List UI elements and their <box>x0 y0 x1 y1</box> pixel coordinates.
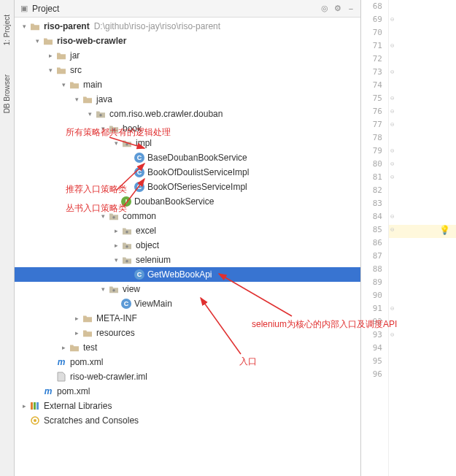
tree-node[interactable]: ▸excel <box>15 223 360 238</box>
expand-arrow-icon[interactable]: ▾ <box>98 285 108 293</box>
expand-arrow-icon[interactable]: ▸ <box>72 315 82 322</box>
tree-node[interactable]: mpom.xml <box>15 355 360 369</box>
code-line[interactable] <box>389 93 456 107</box>
code-line[interactable] <box>389 80 456 93</box>
code-line[interactable] <box>389 133 456 146</box>
expand-arrow-icon[interactable]: ▾ <box>85 110 95 118</box>
line-number: 74 <box>361 80 388 93</box>
expand-arrow-icon[interactable]: ▸ <box>58 344 69 351</box>
gear-icon[interactable]: ⚙ <box>333 4 343 14</box>
folder-icon <box>42 36 54 46</box>
expand-arrow-icon[interactable]: ▾ <box>111 139 121 147</box>
tree-node[interactable]: ▸META-INF <box>15 311 360 326</box>
code-line[interactable] <box>389 28 456 41</box>
code-line[interactable] <box>389 251 456 264</box>
tree-node[interactable]: ▾com.riso.web.crawler.douban <box>15 107 360 121</box>
tree-node[interactable]: Scratches and Consoles <box>15 413 360 428</box>
line-number: 95 <box>361 356 388 369</box>
fold-mark-icon[interactable]: ⊖ <box>390 107 394 115</box>
tree-node[interactable]: ▸object <box>15 238 360 253</box>
tree-node-label: impl <box>136 138 152 148</box>
fold-mark-icon[interactable]: ⊖ <box>390 120 394 128</box>
fold-mark-icon[interactable]: ⊖ <box>390 15 394 23</box>
tree-node[interactable]: CBookOfDoulistServiceImpl <box>15 165 360 180</box>
tree-node[interactable]: IDoubanBookService <box>15 194 360 209</box>
tree-node[interactable]: ▾book <box>15 121 360 136</box>
tree-node[interactable]: ▾src <box>15 63 360 77</box>
tree-node[interactable]: ▾riso-web-crawler <box>15 34 360 48</box>
tree-node[interactable]: ▾main <box>15 77 360 92</box>
code-area[interactable]: 💡⊖⊖⊖⊖⊖⊖⊖⊖⊖⊖⊖⊖⊖ <box>389 0 456 476</box>
fold-mark-icon[interactable]: ⊖ <box>390 42 394 49</box>
code-line[interactable] <box>389 238 456 251</box>
project-tree[interactable]: ▾riso-parentD:\github\riso-jay\riso\riso… <box>15 18 360 476</box>
code-line[interactable] <box>389 264 456 277</box>
fold-mark-icon[interactable]: ⊖ <box>390 147 394 154</box>
tree-node[interactable]: ▸test <box>15 340 360 355</box>
expand-arrow-icon[interactable]: ▾ <box>19 23 29 30</box>
expand-arrow-icon[interactable]: ▸ <box>19 402 29 410</box>
fold-mark-icon[interactable]: ⊖ <box>390 304 394 312</box>
tree-node[interactable]: ▸External Libraries <box>15 399 360 413</box>
tree-node[interactable]: ▾java <box>15 92 360 107</box>
tree-node[interactable]: CBookOfSeriesServiceImpl <box>15 180 360 194</box>
fold-mark-icon[interactable]: ⊖ <box>390 212 394 220</box>
fold-mark-icon[interactable]: ⊖ <box>390 94 394 101</box>
expand-arrow-icon[interactable]: ▾ <box>45 66 55 74</box>
expand-arrow-icon[interactable]: ▾ <box>98 212 108 220</box>
target-icon[interactable]: ◎ <box>320 4 330 14</box>
code-line[interactable] <box>389 172 456 185</box>
expand-arrow-icon[interactable]: ▸ <box>45 52 55 59</box>
fold-mark-icon[interactable]: ⊖ <box>390 173 394 180</box>
code-line[interactable] <box>389 107 456 120</box>
expand-arrow-icon[interactable]: ▾ <box>72 96 82 103</box>
expand-arrow-icon[interactable]: ▾ <box>111 256 121 264</box>
code-line[interactable] <box>389 185 456 199</box>
expand-arrow-icon[interactable]: ▸ <box>111 242 121 249</box>
expand-arrow-icon[interactable]: ▸ <box>72 329 82 337</box>
fold-mark-icon[interactable]: ⊖ <box>390 226 394 233</box>
code-line[interactable] <box>389 41 456 54</box>
code-line[interactable] <box>389 212 456 225</box>
tree-node[interactable]: riso-web-crawler.iml <box>15 369 360 384</box>
code-line[interactable] <box>389 1 456 15</box>
tree-node[interactable]: ▾impl <box>15 136 360 150</box>
code-line[interactable] <box>389 15 456 28</box>
tree-node[interactable]: CBaseDoubanBookService <box>15 150 360 165</box>
tree-node[interactable]: ▾common <box>15 209 360 223</box>
fold-mark-icon[interactable]: ⊖ <box>390 68 394 75</box>
code-line[interactable] <box>389 304 456 317</box>
tree-node[interactable]: mpom.xml <box>15 384 360 399</box>
code-line[interactable] <box>389 159 456 172</box>
tree-node[interactable]: ▾riso-parentD:\github\riso-jay\riso\riso… <box>15 19 360 34</box>
code-line[interactable] <box>389 54 456 67</box>
tree-node[interactable]: CGetWebBookApi <box>15 267 360 282</box>
collapse-icon[interactable]: − <box>346 4 356 14</box>
expand-arrow-icon[interactable]: ▾ <box>32 37 42 45</box>
tree-node[interactable]: ▸jar <box>15 48 360 63</box>
tree-node[interactable]: ▾view <box>15 282 360 296</box>
fold-mark-icon[interactable]: ⊖ <box>390 331 394 338</box>
code-line[interactable] <box>389 120 456 133</box>
db-browser-tool-tab[interactable]: DB Browser <box>3 74 11 113</box>
code-line[interactable] <box>389 317 456 330</box>
code-line[interactable] <box>389 146 456 159</box>
code-line[interactable] <box>389 199 456 212</box>
expand-arrow-icon[interactable]: ▾ <box>58 81 69 88</box>
code-line[interactable]: 💡 <box>389 225 456 238</box>
code-line[interactable] <box>389 330 456 343</box>
expand-arrow-icon[interactable]: ▸ <box>111 227 121 234</box>
code-line[interactable] <box>389 369 456 383</box>
tree-node[interactable]: ▾selenium <box>15 253 360 267</box>
code-line[interactable] <box>389 356 456 369</box>
code-line[interactable] <box>389 67 456 80</box>
tree-node[interactable]: CViewMain <box>15 296 360 311</box>
code-line[interactable] <box>389 343 456 356</box>
fold-mark-icon[interactable]: ⊖ <box>390 160 394 167</box>
intention-bulb-icon[interactable]: 💡 <box>439 225 450 235</box>
expand-arrow-icon[interactable]: ▾ <box>98 125 108 132</box>
tree-node[interactable]: ▸resources <box>15 326 360 340</box>
code-line[interactable] <box>389 277 456 291</box>
project-tool-tab[interactable]: 1: Project <box>3 15 11 45</box>
code-line[interactable] <box>389 291 456 304</box>
